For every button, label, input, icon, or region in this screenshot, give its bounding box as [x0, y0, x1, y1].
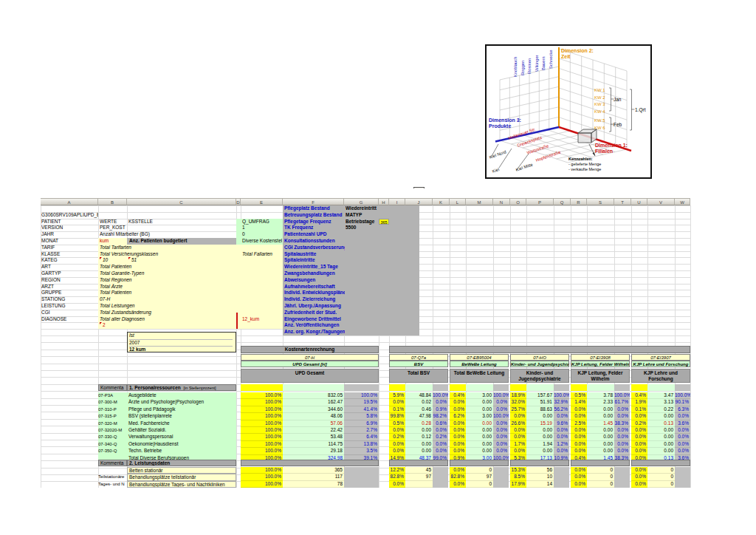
s2-pct[interactable]: 0.0%: [631, 481, 647, 488]
s1-label[interactable]: Pflege und Pädagogik: [127, 406, 236, 413]
cell-criteria[interactable]: Patientenzahl UPD: [284, 231, 345, 238]
s1-pct-of-total[interactable]: 100.0%: [241, 406, 283, 413]
s1-value[interactable]: 0.00: [647, 441, 675, 448]
s1-pct-of-total[interactable]: 0.0%: [571, 413, 587, 420]
s2-extra[interactable]: [433, 467, 448, 474]
s1-value[interactable]: 0.00: [526, 448, 554, 454]
s1-pct-of-total[interactable]: 1.4%: [571, 399, 587, 406]
s1-pct-of-total[interactable]: 100.0%: [241, 399, 283, 406]
s2-value[interactable]: 365: [283, 467, 344, 474]
s1-pct-within[interactable]: 0.9%: [433, 406, 448, 413]
s2-extra[interactable]: [554, 467, 569, 474]
s1-value[interactable]: 47.98: [405, 413, 433, 420]
s1-pct-of-total[interactable]: 0.0%: [450, 441, 466, 448]
s1-pct-within[interactable]: 13.8%: [344, 441, 379, 448]
s1-pct-of-total[interactable]: 0.0%: [389, 441, 405, 448]
s2-pct[interactable]: 0.0%: [450, 467, 466, 474]
s2-pct[interactable]: 82.8%: [389, 474, 405, 480]
cell-b[interactable]: Total Tarifarten: [100, 245, 236, 251]
cell-criteria[interactable]: Jährl. Überp./Anpassung: [284, 303, 345, 310]
s1-pct-within[interactable]: 0.0%: [614, 434, 630, 440]
cell-b[interactable]: Total Versicherungsklassen: [100, 251, 236, 258]
s1-pct-of-total[interactable]: 0.0%: [510, 413, 526, 420]
column-header-r[interactable]: R: [571, 198, 587, 205]
s2-value[interactable]: 0: [647, 467, 675, 474]
s1-pct-of-total[interactable]: 100.0%: [241, 448, 283, 454]
s1-label[interactable]: Ausgebildete: [127, 392, 236, 399]
s2-extra[interactable]: [554, 481, 569, 488]
cell-a[interactable]: ARZT: [41, 284, 98, 290]
s1-value[interactable]: 88.63: [526, 406, 554, 413]
s1-pct-of-total[interactable]: 100.0%: [241, 413, 283, 420]
s2-pct[interactable]: 100.0%: [241, 481, 283, 488]
s1-value[interactable]: 0.00: [466, 434, 493, 440]
cell-b[interactable]: Total Ärzte: [100, 284, 236, 290]
s1-pct-within[interactable]: 0.0%: [554, 434, 569, 440]
s1-pct-of-total[interactable]: 0.0%: [450, 448, 466, 454]
column-header-m[interactable]: M: [466, 198, 493, 205]
s1-code[interactable]: 07-320-M: [98, 420, 127, 427]
s1-pct-of-total[interactable]: 0.5%: [571, 392, 587, 399]
s2-value[interactable]: 14: [526, 481, 554, 488]
column-header-g[interactable]: G: [344, 198, 379, 205]
s1-value[interactable]: 3.78: [587, 392, 614, 399]
cell-b[interactable]: 10: [100, 257, 127, 264]
s1-value[interactable]: 0.00: [405, 441, 433, 448]
s1-pct-within[interactable]: 0.0%: [433, 427, 448, 434]
s1-pct-of-total[interactable]: 0.0%: [450, 399, 466, 406]
s1-pct-of-total[interactable]: 25.7%: [510, 406, 526, 413]
s1-pct-within[interactable]: 0.0%: [433, 441, 448, 448]
s1-pct-within[interactable]: 0.6%: [433, 420, 448, 427]
cell-criteria[interactable]: Spitalaustritte: [284, 251, 345, 258]
s1-value[interactable]: 48.84: [405, 392, 433, 399]
s2-extra[interactable]: [675, 474, 690, 480]
s1-pct-of-total[interactable]: 0.0%: [631, 448, 647, 454]
cell-b[interactable]: Total Patienten: [100, 290, 236, 296]
s1-value[interactable]: 57.06: [283, 420, 344, 427]
s1-value[interactable]: 0.46: [405, 406, 433, 413]
column-header-k[interactable]: K: [433, 198, 450, 205]
s1-value[interactable]: 0.00: [466, 420, 493, 427]
s1-pct-within[interactable]: 0.0%: [675, 434, 690, 440]
column-header-j[interactable]: J: [405, 198, 433, 205]
s1-pct-of-total[interactable]: 0.0%: [450, 406, 466, 413]
s1-pct-within[interactable]: 90.1%: [675, 399, 690, 406]
s1-pct-of-total[interactable]: 0.0%: [510, 448, 526, 454]
s2-pct[interactable]: 17.9%: [510, 481, 526, 488]
s1-pct-within[interactable]: 0.0%: [433, 448, 448, 454]
cell-a[interactable]: GRUPPE: [41, 290, 98, 296]
s1-value[interactable]: 114.75: [283, 441, 344, 448]
s1-pct-within[interactable]: 0.0%: [493, 406, 509, 413]
s1-pct-of-total[interactable]: 0.0%: [631, 434, 647, 440]
column-header-p[interactable]: P: [526, 198, 554, 205]
cell-criteria[interactable]: TK Frequenz: [284, 225, 345, 231]
column-header-e[interactable]: E: [241, 198, 283, 205]
cell-a[interactable]: TARIF: [41, 245, 98, 251]
s1-code[interactable]: 07-300-M: [98, 399, 127, 406]
s2-pct[interactable]: 8.5%: [510, 474, 526, 480]
s1-pct-of-total[interactable]: 0.0%: [450, 434, 466, 440]
s1-pct-within[interactable]: 1.2%: [554, 441, 569, 448]
s1-value[interactable]: 0.00: [587, 448, 614, 454]
s1-pct-within[interactable]: 9.6%: [554, 420, 569, 427]
cell-b[interactable]: 2: [100, 322, 236, 329]
s1-value[interactable]: 0.00: [526, 434, 554, 440]
cell-criteria[interactable]: Zwangsbehandlungen: [284, 270, 345, 277]
s2-value[interactable]: 78: [283, 481, 344, 488]
cell-criteria[interactable]: Pflegeplatz Bestand: [284, 205, 345, 212]
cell-criteria[interactable]: Anz. org. Kongr./Tagungen: [284, 329, 345, 335]
cell-criteria[interactable]: Abweisungen: [284, 277, 345, 284]
s1-value[interactable]: 0.00: [587, 434, 614, 440]
cell-criteria[interactable]: Pflegetage Frequenz: [284, 219, 345, 225]
s1-pct-within[interactable]: 6.4%: [344, 434, 379, 440]
s1-pct-within[interactable]: 0.0%: [675, 427, 690, 434]
column-header-t[interactable]: T: [614, 198, 631, 205]
s1-value[interactable]: 0.00: [587, 441, 614, 448]
column-header-h[interactable]: H: [379, 198, 389, 205]
cell-a[interactable]: G3060SRV109APLIUPD_BERN: [41, 212, 98, 219]
column-header-v[interactable]: V: [647, 198, 675, 205]
s1-pct-of-total[interactable]: 0.0%: [631, 413, 647, 420]
cell-b[interactable]: PER_KOST: [100, 225, 236, 231]
s2-pct[interactable]: 0.0%: [450, 481, 466, 488]
column-header-b[interactable]: B: [98, 198, 127, 205]
